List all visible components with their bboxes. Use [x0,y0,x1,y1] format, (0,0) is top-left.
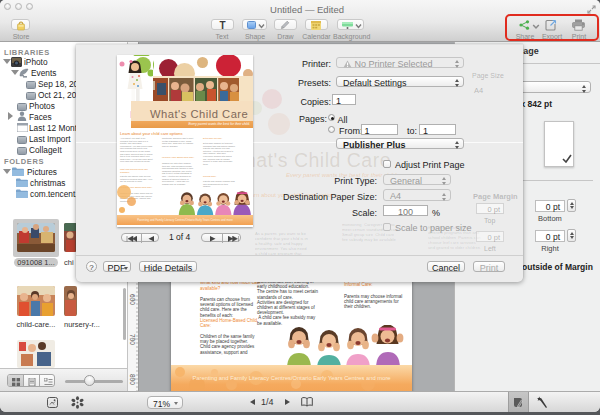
svg-text:800: 800 [129,374,136,385]
svg-text:700: 700 [129,334,136,345]
svg-text:600: 600 [129,294,136,305]
